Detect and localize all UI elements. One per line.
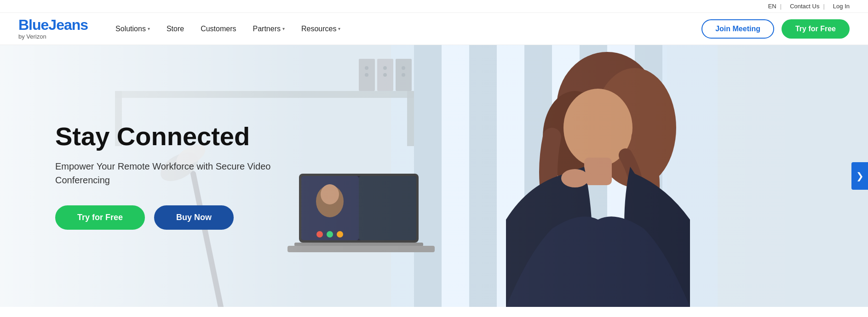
hero-cta-buttons: Try for Free Buy Now <box>55 205 276 230</box>
nav-customers-label: Customers <box>201 25 236 33</box>
nav-resources[interactable]: Resources ▾ <box>301 25 340 33</box>
buy-now-button[interactable]: Buy Now <box>154 205 234 230</box>
chevron-down-icon: ▾ <box>148 26 150 31</box>
carousel-next-button[interactable]: ❯ <box>851 162 868 190</box>
chevron-down-icon-3: ▾ <box>338 26 340 31</box>
nav-solutions[interactable]: Solutions ▾ <box>115 25 150 33</box>
brand-name: BlueJeans <box>18 17 88 32</box>
login-link[interactable]: Log In <box>833 3 850 10</box>
divider-1: | <box>780 3 782 10</box>
nav-store[interactable]: Store <box>167 25 184 33</box>
hero-content: Stay Connected Empower Your Remote Workf… <box>0 122 276 230</box>
nav-resources-label: Resources <box>301 25 336 33</box>
hero-background <box>217 45 868 307</box>
chevron-down-icon-2: ▾ <box>282 26 285 31</box>
logo-link[interactable]: BlueJeans by Verizon <box>18 17 88 40</box>
try-free-button-nav[interactable]: Try for Free <box>782 19 850 39</box>
hero-title: Stay Connected <box>55 122 276 151</box>
nav-partners-label: Partners <box>253 25 281 33</box>
join-meeting-button[interactable]: Join Meeting <box>701 19 774 39</box>
nav-partners[interactable]: Partners ▾ <box>253 25 285 33</box>
try-free-button-hero[interactable]: Try for Free <box>55 205 145 230</box>
nav-solutions-label: Solutions <box>115 25 146 33</box>
nav-store-label: Store <box>167 25 184 33</box>
nav-actions: Join Meeting Try for Free <box>701 19 850 39</box>
hero-subtitle: Empower Your Remote Workforce with Secur… <box>55 159 276 187</box>
nav-customers[interactable]: Customers <box>201 25 236 33</box>
lang-selector[interactable]: EN <box>768 3 776 10</box>
contact-us-link[interactable]: Contact Us <box>790 3 819 10</box>
nav-links: Solutions ▾ Store Customers Partners ▾ R… <box>115 25 701 33</box>
chevron-right-icon: ❯ <box>856 170 864 181</box>
divider-2: | <box>823 3 824 10</box>
brand-sub: by Verizon <box>18 33 88 40</box>
top-bar: EN | Contact Us | Log In <box>0 0 868 13</box>
main-navbar: BlueJeans by Verizon Solutions ▾ Store C… <box>0 13 868 45</box>
hero-section: Stay Connected Empower Your Remote Workf… <box>0 45 868 307</box>
